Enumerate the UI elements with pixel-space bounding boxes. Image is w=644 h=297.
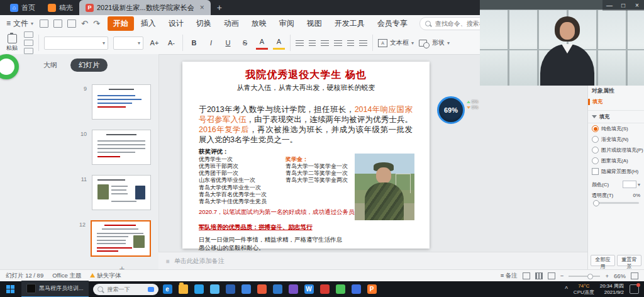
missing-font-warning[interactable]: 缺失字体 [90, 272, 121, 280]
apply-all-button[interactable]: 全部应用 [591, 255, 615, 266]
notes-toggle[interactable]: ≡ 备注 [501, 272, 518, 280]
tab-slides[interactable]: 幻灯片 [70, 59, 108, 72]
zoom-slider[interactable] [569, 276, 600, 277]
ribbon-tab-review[interactable]: 审阅 [274, 16, 300, 31]
slide-thumbnail-10[interactable] [92, 130, 151, 165]
normal-view-icon[interactable] [523, 272, 530, 279]
panel-tab-fill[interactable]: 填充 [588, 96, 644, 107]
underline-button[interactable]: U [222, 37, 234, 49]
ribbon-tab-transition[interactable]: 切换 [191, 16, 217, 31]
slide-thumbnail-12-selected[interactable] [91, 220, 151, 257]
wps-cloud-icon[interactable]: W [304, 284, 314, 294]
cpu-temperature-widget[interactable]: 74°C CPU温度 [574, 283, 594, 294]
close-tab-icon[interactable]: × [200, 4, 204, 11]
slide-sorter-view-icon[interactable] [535, 272, 543, 279]
ribbon-tab-slideshow[interactable]: 放映 [246, 16, 272, 31]
line-spacing-icon[interactable] [359, 40, 367, 46]
ribbon-tab-developer[interactable]: 开发工具 [329, 16, 370, 31]
theme-name[interactable]: Office 主题 [52, 272, 81, 280]
align-right-icon[interactable] [321, 40, 329, 46]
file-menu-button[interactable]: ≡ 文件 ▾ [6, 18, 33, 29]
print-icon[interactable] [53, 20, 62, 28]
tab-gaoke[interactable]: 稿壳 [42, 0, 79, 15]
minimize-icon[interactable]: — [602, 0, 616, 11]
app-icon-3[interactable] [242, 284, 251, 294]
wechat-icon[interactable] [336, 284, 345, 294]
wps-presentation-icon[interactable]: P [367, 284, 377, 294]
print-preview-icon[interactable] [67, 20, 76, 28]
ribbon-tab-member[interactable]: 会员专享 [372, 16, 413, 31]
app-icon-4[interactable] [257, 284, 267, 294]
soldier-photo[interactable] [355, 154, 414, 220]
zoom-level[interactable]: 66% [614, 272, 626, 279]
paste-button[interactable]: 粘贴 [5, 34, 19, 52]
bold-button[interactable]: B [188, 37, 200, 49]
qq-icon[interactable] [194, 284, 204, 294]
ribbon-tab-home[interactable]: 开始 [108, 16, 134, 31]
redo-icon[interactable]: ↷ [93, 20, 100, 28]
app-icon-7[interactable] [320, 284, 330, 294]
highlight-color-button[interactable]: A [273, 36, 285, 50]
close-icon[interactable]: × [630, 0, 644, 11]
maximize-icon[interactable]: □ [616, 0, 630, 11]
memory-usage-ball[interactable]: 69% [437, 96, 465, 124]
zoom-in-button[interactable]: + [605, 272, 609, 279]
undo-icon[interactable]: ↶ [81, 20, 88, 28]
shapes-button[interactable]: 形状 ▾ [419, 38, 450, 47]
browser-edge-icon[interactable]: e [163, 284, 172, 294]
tab-outline[interactable]: 大纲 [35, 59, 65, 72]
ribbon-tab-animation[interactable]: 动画 [218, 16, 245, 31]
taskbar-app-button[interactable]: 黑马程序员培训... [21, 281, 89, 297]
align-left-icon[interactable] [296, 40, 304, 46]
ribbon-tab-design[interactable]: 设计 [163, 16, 189, 31]
copy-icon[interactable] [24, 40, 33, 46]
slide-thumbnail-9[interactable] [92, 84, 151, 120]
ribbon-tab-view[interactable]: 视图 [301, 16, 328, 31]
start-button[interactable] [3, 281, 17, 297]
fill-option-picture[interactable]: 图片或纹理填充(P) [588, 145, 644, 155]
slide-thumbnail-11[interactable] [92, 175, 151, 210]
format-painter-icon[interactable] [24, 48, 33, 54]
align-center-icon[interactable] [309, 40, 316, 46]
strikethrough-button[interactable]: S [239, 37, 251, 49]
color-swatch-dropdown[interactable]: ▾ [623, 181, 640, 188]
webcam-video-window[interactable]: — □ × [480, 0, 644, 86]
cut-icon[interactable] [24, 31, 33, 38]
decrease-font-button[interactable]: A- [165, 37, 177, 49]
save-icon[interactable] [40, 20, 48, 28]
hide-background-checkbox[interactable]: 隐藏背景图形(H) [588, 166, 644, 177]
hidden-icons-chevron[interactable]: ^ [565, 286, 568, 293]
fill-option-solid[interactable]: 纯色填充(S) [588, 123, 644, 134]
performance-float-widget[interactable]: 69% 0% 0% [437, 96, 478, 124]
font-family-select[interactable]: ▾ [44, 36, 108, 50]
slide-canvas[interactable]: 我院优秀退役大学生 杨也 从青大入伍，从青大再出发，硬核班长的蜕变 于2013年… [182, 62, 430, 249]
taskbar-search-input[interactable] [106, 286, 145, 293]
app-icon-1[interactable] [210, 284, 219, 294]
increase-font-button[interactable]: A+ [148, 37, 160, 49]
taskbar-clock[interactable]: 20:34 周四 2021/9/2 [600, 283, 624, 295]
italic-button[interactable]: I [205, 37, 217, 49]
tab-document[interactable]: P 2021级新生家...数统学院家长会 × [79, 0, 211, 15]
fill-option-gradient[interactable]: 渐变填充(N) [588, 134, 644, 145]
app-icon-2[interactable] [226, 284, 235, 294]
zoom-slider-knob[interactable] [587, 274, 593, 279]
font-color-button[interactable]: A [256, 36, 268, 50]
transparency-slider[interactable] [593, 202, 639, 204]
fill-section-header[interactable]: 填充 [588, 110, 644, 123]
font-size-select[interactable]: ▾ [113, 36, 143, 50]
app-icon-8[interactable] [352, 284, 361, 294]
reset-background-button[interactable]: 重置背景 [617, 255, 641, 266]
slideshow-view-icon[interactable] [548, 272, 555, 279]
bullet-list-icon[interactable] [347, 40, 354, 46]
notes-bar[interactable]: ≡ 单击此处添加备注 [158, 252, 588, 270]
notification-center-icon[interactable] [630, 284, 639, 294]
new-tab-button[interactable]: + [211, 3, 228, 13]
tab-home[interactable]: ⌂ 首页 [4, 0, 42, 15]
app-icon-5[interactable] [273, 284, 282, 294]
app-icon-6[interactable] [289, 284, 298, 294]
justify-icon[interactable] [334, 40, 342, 46]
ribbon-tab-insert[interactable]: 插入 [135, 16, 162, 31]
textbox-button[interactable]: A 文本框 ▾ [378, 38, 414, 47]
slider-knob[interactable] [593, 200, 599, 206]
zoom-out-button[interactable]: − [560, 272, 564, 279]
